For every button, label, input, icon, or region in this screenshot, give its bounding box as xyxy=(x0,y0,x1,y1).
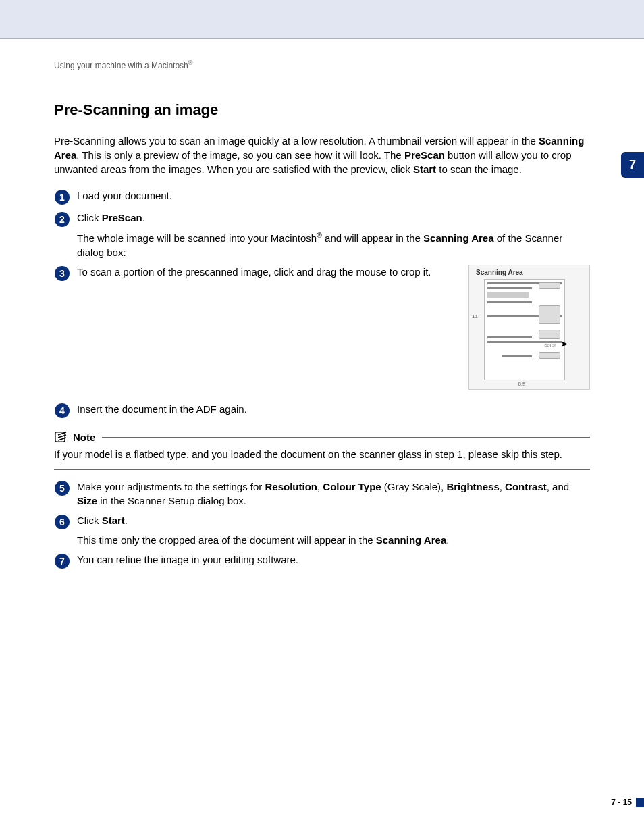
note-header: Note xyxy=(54,431,590,443)
note-label: Note xyxy=(73,432,95,443)
figure-thumb xyxy=(539,330,560,339)
figure-document: color ➤ xyxy=(484,279,565,380)
step-extra-text: This time only the cropped area of the d… xyxy=(77,534,376,546)
step-5: 5 Make your adjustments to the settings … xyxy=(54,479,590,508)
step-text: Make your adjustments to the settings fo… xyxy=(77,481,265,492)
step-body: Click PreScan. The whole image will be s… xyxy=(77,211,590,259)
step-extra-text: and will appear in the xyxy=(322,232,423,244)
figure-line xyxy=(487,301,532,303)
step-bold-scanning-area: Scanning Area xyxy=(376,534,446,546)
scanning-area-figure: Scanning Area 11 xyxy=(468,265,590,390)
step-extra-text: . xyxy=(446,534,449,546)
step-bold-contrast: Contrast xyxy=(505,481,547,492)
step-number-icon: 2 xyxy=(54,211,70,228)
figure-thumb xyxy=(539,352,560,359)
step-extra: This time only the cropped area of the d… xyxy=(77,533,590,547)
page-content: Using your machine with a Macintosh® Pre… xyxy=(0,39,644,569)
note-body: If your model is a flatbed type, and you… xyxy=(54,447,590,461)
step-text: . xyxy=(142,212,145,224)
svg-text:1: 1 xyxy=(59,192,65,203)
step-body: Click Start. This time only the cropped … xyxy=(77,513,590,547)
step-2: 2 Click PreScan. The whole image will be… xyxy=(54,211,590,259)
page-title: Pre-Scanning an image xyxy=(54,101,590,119)
figure-line xyxy=(487,287,532,289)
step-text: Click xyxy=(77,212,102,224)
svg-text:7: 7 xyxy=(59,556,65,567)
step-text: To scan a portion of the prescanned imag… xyxy=(77,265,455,279)
note-icon xyxy=(54,431,69,443)
figure-line xyxy=(502,355,532,357)
figure-thumb xyxy=(539,282,560,289)
step-body: Make your adjustments to the settings fo… xyxy=(77,479,590,508)
intro-text: . This is only a preview of the image, s… xyxy=(76,149,404,161)
chapter-tab: 7 xyxy=(621,152,644,178)
step-number-icon: 1 xyxy=(54,189,70,205)
step-extra-text: The whole image will be scanned into you… xyxy=(77,232,317,244)
step-number-icon: 3 xyxy=(54,265,70,282)
step-1: 1 Load your document. xyxy=(54,188,590,205)
figure-block xyxy=(487,292,529,298)
intro-paragraph: Pre-Scanning allows you to scan an image… xyxy=(54,134,590,176)
step-number-icon: 4 xyxy=(54,402,70,419)
step-6: 6 Click Start. This time only the croppe… xyxy=(54,513,590,547)
note-block: Note If your model is a flatbed type, an… xyxy=(54,431,590,470)
step-bold-start: Start xyxy=(102,515,125,526)
figure-title: Scanning Area xyxy=(472,268,587,278)
step-body: You can refine the image in your editing… xyxy=(77,552,590,569)
intro-text: Pre-Scanning allows you to scan an image… xyxy=(54,135,539,147)
step-number-icon: 5 xyxy=(54,480,70,496)
step-text: . xyxy=(125,515,128,526)
page-number: 7 - 15 xyxy=(611,798,632,807)
step-bold-size: Size xyxy=(77,495,97,506)
intro-bold-start: Start xyxy=(413,163,436,175)
intro-text: to scan the image. xyxy=(436,163,522,175)
step-extra-sup: ® xyxy=(317,231,322,239)
step-bold-scanning-area: Scanning Area xyxy=(423,232,493,244)
step-number-icon: 7 xyxy=(54,553,70,569)
svg-text:6: 6 xyxy=(59,517,65,527)
step-text: , and xyxy=(547,481,569,492)
page-footer: 7 - 15 xyxy=(611,798,644,807)
step-extra: The whole image will be scanned into you… xyxy=(77,230,590,259)
step-number-icon: 6 xyxy=(54,514,70,530)
breadcrumb-text: Using your machine with a Macintosh xyxy=(54,61,188,70)
step-body: To scan a portion of the prescanned imag… xyxy=(77,265,590,390)
svg-text:3: 3 xyxy=(59,268,65,279)
breadcrumb: Using your machine with a Macintosh® xyxy=(54,59,590,70)
step-bold-resolution: Resolution xyxy=(265,481,317,492)
svg-text:4: 4 xyxy=(59,405,65,416)
step-body: Load your document. xyxy=(77,188,590,205)
svg-text:5: 5 xyxy=(59,483,65,494)
footer-bar xyxy=(636,798,644,807)
figure-side-thumbs: color xyxy=(539,282,562,361)
cursor-icon: ➤ xyxy=(560,338,568,351)
top-banner xyxy=(0,0,644,39)
step-text: in the Scanner Setup dialog box. xyxy=(97,495,246,506)
step-7: 7 You can refine the image in your editi… xyxy=(54,552,590,569)
step-text: , xyxy=(500,481,505,492)
step-text: (Gray Scale), xyxy=(381,481,447,492)
breadcrumb-sup: ® xyxy=(188,59,193,66)
figure-color-label: color xyxy=(539,342,562,349)
intro-bold-prescan: PreScan xyxy=(404,149,445,161)
step-4: 4 Insert the document in the ADF again. xyxy=(54,402,590,419)
step-bold-brightness: Brightness xyxy=(446,481,499,492)
figure-ruler-bottom: 8.5 xyxy=(481,380,562,388)
step-bold-colour-type: Colour Type xyxy=(323,481,381,492)
step-3: 3 To scan a portion of the prescanned im… xyxy=(54,265,590,390)
figure-line xyxy=(487,336,532,338)
step-bold-prescan: PreScan xyxy=(102,212,142,224)
divider xyxy=(54,469,590,470)
step-text: Click xyxy=(77,515,102,526)
divider xyxy=(102,437,590,438)
figure-ruler-left: 11 xyxy=(472,313,478,320)
step-body: Insert the document in the ADF again. xyxy=(77,402,590,419)
svg-text:2: 2 xyxy=(59,214,65,225)
figure-thumb xyxy=(539,305,560,324)
